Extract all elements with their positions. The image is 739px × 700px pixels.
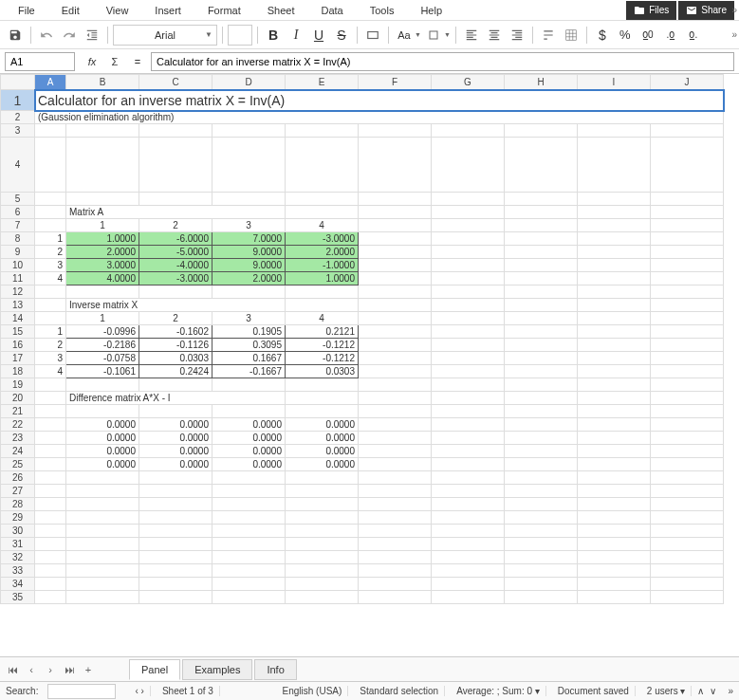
cell[interactable] — [578, 246, 651, 259]
cell[interactable] — [66, 564, 139, 578]
col-header-B[interactable]: B — [66, 75, 139, 90]
col-header-G[interactable]: G — [432, 75, 505, 90]
align-left-icon[interactable] — [461, 25, 482, 46]
cell[interactable]: 0.0000 — [212, 445, 286, 458]
cell[interactable] — [651, 325, 724, 339]
cell[interactable] — [66, 538, 139, 551]
cell[interactable] — [66, 498, 139, 511]
cell[interactable] — [578, 124, 651, 138]
cell[interactable] — [212, 471, 286, 485]
cell[interactable] — [432, 312, 505, 325]
name-box[interactable] — [5, 52, 75, 71]
row-header-15[interactable]: 15 — [1, 325, 35, 339]
col-header-D[interactable]: D — [212, 75, 286, 90]
cell[interactable] — [286, 485, 359, 498]
cell[interactable] — [651, 525, 724, 538]
menu-edit[interactable]: Edit — [48, 2, 93, 19]
cell[interactable] — [139, 286, 212, 299]
cell[interactable] — [578, 405, 651, 418]
cell[interactable] — [578, 458, 651, 471]
strike-icon[interactable]: S — [331, 25, 352, 46]
cell[interactable]: 2.0000 — [286, 246, 359, 259]
row-header-6[interactable]: 6 — [1, 206, 35, 219]
cell[interactable] — [66, 471, 139, 485]
cell[interactable]: 9.0000 — [212, 246, 286, 259]
toolbar-more-icon[interactable]: » — [731, 29, 737, 40]
cell[interactable] — [286, 193, 359, 206]
cell[interactable]: 3 — [212, 219, 286, 232]
cell[interactable] — [432, 365, 505, 378]
cell[interactable] — [359, 325, 432, 339]
tab-info[interactable]: Info — [254, 659, 296, 680]
cell[interactable] — [286, 498, 359, 511]
cell[interactable] — [139, 405, 212, 418]
cell[interactable] — [66, 485, 139, 498]
cell[interactable] — [432, 498, 505, 511]
files-button[interactable]: Files — [626, 1, 676, 20]
cell[interactable] — [651, 498, 724, 511]
cell[interactable]: 9.0000 — [212, 259, 286, 272]
cell[interactable] — [505, 511, 578, 525]
cell[interactable] — [35, 405, 66, 418]
cell[interactable] — [139, 378, 212, 392]
cell-A2[interactable]: (Gaussion elimination algorithm) — [35, 111, 724, 124]
cell[interactable] — [432, 538, 505, 551]
cell[interactable] — [359, 418, 432, 432]
cell[interactable]: -0.1667 — [212, 365, 286, 378]
cell[interactable] — [651, 485, 724, 498]
cell[interactable] — [578, 485, 651, 498]
cell[interactable]: 0.0000 — [286, 432, 359, 445]
redo-icon[interactable] — [59, 25, 80, 46]
cell[interactable] — [286, 525, 359, 538]
row-header-18[interactable]: 18 — [1, 365, 35, 378]
cell[interactable] — [432, 405, 505, 418]
cell[interactable]: 3 — [35, 352, 66, 365]
cell[interactable] — [35, 392, 66, 405]
cell[interactable]: 0.0000 — [66, 418, 139, 432]
cell[interactable] — [35, 564, 66, 578]
row-header-31[interactable]: 31 — [1, 538, 35, 551]
cell[interactable] — [432, 578, 505, 591]
cell[interactable] — [139, 525, 212, 538]
cell[interactable] — [359, 259, 432, 272]
cell[interactable] — [578, 445, 651, 458]
cell[interactable]: 0.0303 — [286, 365, 359, 378]
row-header-35[interactable]: 35 — [1, 591, 35, 604]
cell[interactable] — [505, 525, 578, 538]
cell[interactable] — [505, 272, 578, 286]
cell[interactable] — [359, 272, 432, 286]
row-header-23[interactable]: 23 — [1, 432, 35, 445]
menu-tools[interactable]: Tools — [357, 2, 408, 19]
cell[interactable] — [432, 219, 505, 232]
menu-data[interactable]: Data — [307, 2, 356, 19]
cell[interactable] — [578, 259, 651, 272]
cell[interactable] — [286, 378, 359, 392]
cell[interactable] — [578, 206, 651, 219]
col-header-I[interactable]: I — [578, 75, 651, 90]
cell[interactable] — [505, 445, 578, 458]
cell[interactable] — [212, 485, 286, 498]
cell[interactable] — [651, 286, 724, 299]
cell[interactable] — [505, 538, 578, 551]
cell[interactable] — [359, 124, 432, 138]
cell[interactable] — [359, 206, 432, 219]
cell[interactable]: 0.0000 — [212, 458, 286, 471]
cell[interactable]: 2.0000 — [212, 272, 286, 286]
cell[interactable] — [35, 378, 66, 392]
cell[interactable] — [578, 591, 651, 604]
cell[interactable]: 0.1905 — [212, 325, 286, 339]
cell[interactable] — [505, 325, 578, 339]
cell[interactable] — [651, 232, 724, 246]
cell[interactable] — [35, 471, 66, 485]
cell[interactable] — [212, 511, 286, 525]
cell[interactable] — [35, 538, 66, 551]
row-header-22[interactable]: 22 — [1, 418, 35, 432]
cell[interactable] — [651, 206, 724, 219]
row-header-24[interactable]: 24 — [1, 445, 35, 458]
cell[interactable] — [432, 124, 505, 138]
cell[interactable]: 7.0000 — [212, 232, 286, 246]
cell[interactable]: -0.1602 — [139, 325, 212, 339]
cell[interactable] — [578, 138, 651, 193]
cell[interactable] — [505, 219, 578, 232]
cell[interactable] — [35, 219, 66, 232]
